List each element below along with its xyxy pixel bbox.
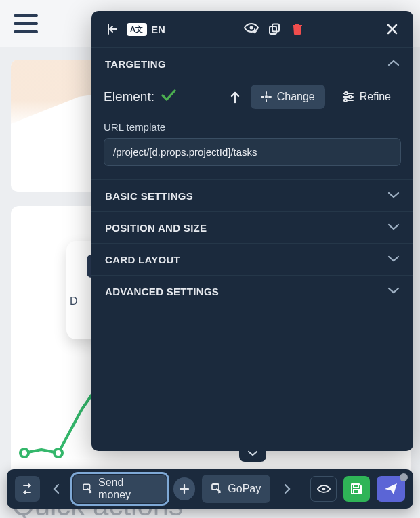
visibility-toggle-icon[interactable] [243,20,260,38]
panel-toolbar: A文 EN [91,11,413,47]
prev-step-button[interactable] [47,476,66,502]
bottom-toolbar: Send money GoPay [7,469,413,509]
svg-point-7 [349,95,352,98]
chevron-down-icon [387,221,400,234]
save-button[interactable] [343,476,370,502]
sliders-icon [342,91,354,102]
preview-button[interactable] [310,476,337,502]
chevron-up-icon [387,58,400,70]
bg-mini-text: D [70,295,78,307]
svg-rect-9 [83,484,90,490]
svg-rect-13 [354,490,359,494]
svg-rect-10 [212,484,219,490]
change-label: Change [277,91,315,103]
target-icon [261,91,272,102]
close-icon[interactable] [383,20,401,38]
change-button[interactable]: Change [251,85,325,109]
next-step-button[interactable] [277,476,297,502]
delete-icon[interactable] [289,20,306,38]
refine-button[interactable]: Refine [332,85,401,109]
step-chip-send-money[interactable]: Send money [73,475,167,503]
svg-rect-12 [354,484,358,488]
flow-toggle-button[interactable] [15,476,40,502]
translate-icon: A文 [127,23,147,36]
refine-label: Refine [360,91,391,103]
url-template-label: URL template [104,121,401,133]
section-title: BASIC SETTINGS [105,190,193,202]
chevron-down-icon [387,190,400,202]
collapse-panel-button[interactable] [239,445,266,462]
url-template-input[interactable] [104,138,401,166]
menu-icon[interactable] [14,14,38,33]
svg-point-8 [344,99,347,102]
settings-panel: A文 EN TARGETING Element: [91,11,413,451]
add-step-button[interactable] [173,477,196,500]
language-code: EN [151,24,165,35]
section-title: ADVANCED SETTINGS [105,286,219,297]
dock-left-icon[interactable] [104,20,121,38]
element-label: Element: [104,89,154,104]
language-selector[interactable]: A文 EN [127,23,165,36]
section-position-size[interactable]: POSITION AND SIZE [91,211,413,243]
svg-point-5 [265,95,268,98]
section-title: POSITION AND SIZE [105,222,207,234]
parent-element-icon[interactable] [226,88,244,106]
duplicate-icon[interactable] [266,20,283,38]
step-chip-gopay[interactable]: GoPay [202,475,270,503]
step-label: Send money [98,477,156,501]
section-title: CARD LAYOUT [105,254,180,265]
chevron-down-icon [387,253,400,265]
chevron-down-icon [387,285,400,297]
notification-dot [400,473,408,481]
cursor-icon [211,483,222,494]
targeting-body: Element: Change Refine URL template [91,79,413,179]
section-targeting[interactable]: TARGETING [91,47,413,79]
section-advanced-settings[interactable]: ADVANCED SETTINGS [91,275,413,307]
svg-point-0 [20,449,28,457]
svg-point-11 [322,488,325,491]
section-title: TARGETING [105,58,166,70]
section-basic-settings[interactable]: BASIC SETTINGS [91,179,413,211]
svg-point-6 [345,92,348,95]
publish-button[interactable] [377,476,405,502]
svg-point-2 [249,26,253,30]
cursor-icon [83,483,93,494]
check-icon [161,89,176,104]
svg-point-1 [54,449,62,457]
step-label: GoPay [228,483,261,495]
section-card-layout[interactable]: CARD LAYOUT [91,243,413,275]
